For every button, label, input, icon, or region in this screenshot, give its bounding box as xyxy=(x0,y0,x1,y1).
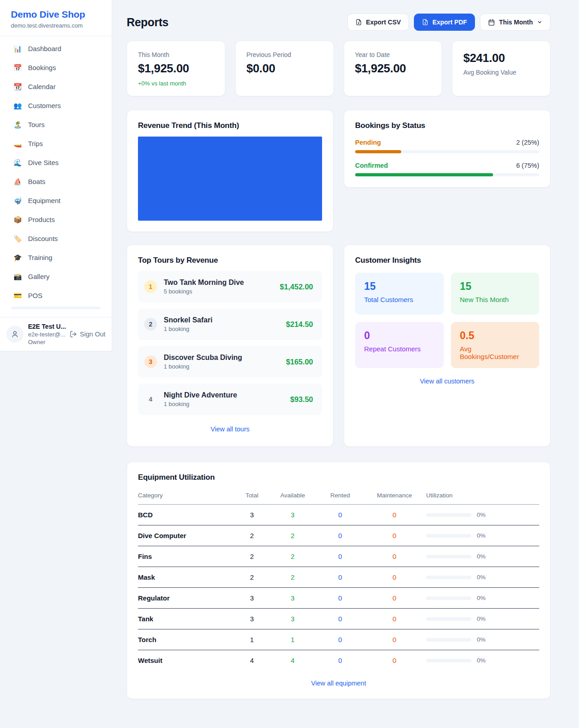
cell-total: 2 xyxy=(236,553,268,560)
sidebar-item-reports-partial[interactable] xyxy=(11,307,101,309)
tile-label: New This Month xyxy=(460,296,531,303)
table-row: Dive Computer 2 2 0 0 0% xyxy=(138,525,539,546)
utilization-bar xyxy=(426,596,471,600)
sidebar-item-trips[interactable]: 🚤 Trips xyxy=(5,136,106,151)
user-info: E2E Test U... e2e-tester@... Owner xyxy=(28,323,65,345)
cell-category: Dive Computer xyxy=(138,532,236,539)
package-icon: 📦 xyxy=(13,216,22,223)
cell-utilization: 0% xyxy=(426,574,539,581)
cell-available: 4 xyxy=(268,657,318,664)
cell-utilization: 0% xyxy=(426,595,539,601)
tour-row: 2 Snorkel Safari 1 booking $214.50 xyxy=(138,308,322,340)
col-utilization: Utilization xyxy=(426,492,539,499)
stat-card-this-month: This Month $1,925.00 +0% vs last month xyxy=(127,41,225,96)
cell-total: 1 xyxy=(236,636,268,643)
sidebar-item-customers[interactable]: 👥 Customers xyxy=(5,98,106,113)
shop-domain: demo.test.divestreams.com xyxy=(11,22,101,29)
tag-icon: 🏷️ xyxy=(13,235,22,242)
top-tours-card: Top Tours by Revenue 1 Two Tank Morning … xyxy=(127,245,333,447)
customer-insights-card: Customer Insights 15 Total Customers 15 … xyxy=(344,245,551,447)
tour-name: Night Dive Adventure xyxy=(164,391,284,399)
stat-label: Previous Period xyxy=(247,51,323,58)
revenue-trend-bar xyxy=(138,137,322,221)
sidebar-item-gallery[interactable]: 📸 Gallery xyxy=(5,269,106,284)
period-dropdown[interactable]: This Month xyxy=(480,14,551,31)
sidebar-item-calendar[interactable]: 📆 Calendar xyxy=(5,79,106,95)
export-pdf-button[interactable]: Export PDF xyxy=(414,14,475,31)
graduation-cap-icon: 🎓 xyxy=(13,254,22,261)
utilization-percent: 0% xyxy=(477,511,486,518)
file-icon xyxy=(422,19,428,26)
cell-maintenance: 0 xyxy=(363,636,426,643)
status-row-pending: Pending 2 (25%) xyxy=(355,139,539,153)
tour-row: 1 Two Tank Morning Dive 5 bookings $1,45… xyxy=(138,271,322,303)
tile-value: 0 xyxy=(364,330,435,342)
user-name: E2E Test U... xyxy=(28,323,65,330)
tour-amount: $214.50 xyxy=(286,320,313,329)
sidebar-item-boats[interactable]: ⛵ Boats xyxy=(5,174,106,189)
sidebar-item-dashboard[interactable]: 📊 Dashboard xyxy=(5,41,106,57)
status-row-confirmed: Confirmed 6 (75%) xyxy=(355,162,539,176)
sidebar-item-products[interactable]: 📦 Products xyxy=(5,212,106,227)
credit-card-icon: 💳 xyxy=(13,292,22,299)
cell-rented: 0 xyxy=(318,636,363,643)
sidebar-item-label: Calendar xyxy=(28,83,56,90)
logout-icon xyxy=(70,331,77,338)
status-bar-fill xyxy=(355,150,401,153)
sidebar-item-bookings[interactable]: 📅 Bookings xyxy=(5,60,106,76)
status-label: Confirmed xyxy=(355,162,388,169)
stat-label: Avg Booking Value xyxy=(463,69,539,76)
bookings-by-status-title: Bookings by Status xyxy=(355,121,539,130)
cell-available: 3 xyxy=(268,511,318,519)
wave-icon: 🌊 xyxy=(13,159,22,166)
camera-icon: 📸 xyxy=(13,273,22,280)
view-all-customers-link[interactable]: View all customers xyxy=(355,378,539,385)
cell-utilization: 0% xyxy=(426,636,539,643)
cell-rented: 0 xyxy=(318,511,363,519)
customers-icon: 👥 xyxy=(13,102,22,109)
cell-rented: 0 xyxy=(318,553,363,560)
sidebar-item-pos[interactable]: 💳 POS xyxy=(5,288,106,303)
table-row: Wetsuit 4 4 0 0 0% xyxy=(138,650,539,671)
col-total: Total xyxy=(236,492,268,499)
cell-category: Torch xyxy=(138,636,236,643)
status-label: Pending xyxy=(355,139,381,146)
status-bar-fill xyxy=(355,173,493,176)
sidebar-item-training[interactable]: 🎓 Training xyxy=(5,250,106,265)
cell-available: 1 xyxy=(268,636,318,643)
utilization-percent: 0% xyxy=(477,553,486,560)
person-icon xyxy=(11,330,19,338)
equipment-table: Category Total Available Rented Maintena… xyxy=(138,486,539,671)
export-csv-button[interactable]: Export CSV xyxy=(347,14,409,31)
sign-out-button[interactable]: Sign Out xyxy=(70,331,105,338)
tour-bookings: 5 bookings xyxy=(164,288,273,295)
view-all-tours-link[interactable]: View all tours xyxy=(138,425,322,433)
stat-cards: This Month $1,925.00 +0% vs last month P… xyxy=(127,41,551,96)
cell-rented: 0 xyxy=(318,657,363,664)
cell-maintenance: 0 xyxy=(363,532,426,539)
diving-mask-icon: 🤿 xyxy=(13,197,22,204)
sidebar-nav: 📊 Dashboard 📅 Bookings 📆 Calendar 👥 Cust… xyxy=(0,36,112,317)
user-role: Owner xyxy=(28,339,65,345)
sidebar-item-tours[interactable]: 🏝️ Tours xyxy=(5,117,106,132)
view-all-equipment-link[interactable]: View all equipment xyxy=(138,680,539,687)
sailboat-icon: ⛵ xyxy=(13,178,22,185)
cell-maintenance: 0 xyxy=(363,573,426,581)
rank-badge: 3 xyxy=(144,355,157,368)
cell-category: BCD xyxy=(138,511,236,519)
sidebar-item-dive-sites[interactable]: 🌊 Dive Sites xyxy=(5,155,106,170)
stat-label: This Month xyxy=(138,51,214,58)
sidebar-item-equipment[interactable]: 🤿 Equipment xyxy=(5,193,106,208)
utilization-bar xyxy=(426,513,471,517)
sidebar-item-label: Products xyxy=(28,216,55,223)
sidebar-item-discounts[interactable]: 🏷️ Discounts xyxy=(5,231,106,246)
table-row: Regulator 3 3 0 0 0% xyxy=(138,588,539,609)
stat-value: $1,925.00 xyxy=(138,61,214,76)
cell-rented: 0 xyxy=(318,594,363,602)
table-header-row: Category Total Available Rented Maintena… xyxy=(138,486,539,505)
stat-value: $0.00 xyxy=(247,61,323,76)
page-title: Reports xyxy=(127,16,168,29)
tours-island-icon: 🏝️ xyxy=(13,121,22,128)
cell-total: 3 xyxy=(236,615,268,623)
cell-rented: 0 xyxy=(318,573,363,581)
